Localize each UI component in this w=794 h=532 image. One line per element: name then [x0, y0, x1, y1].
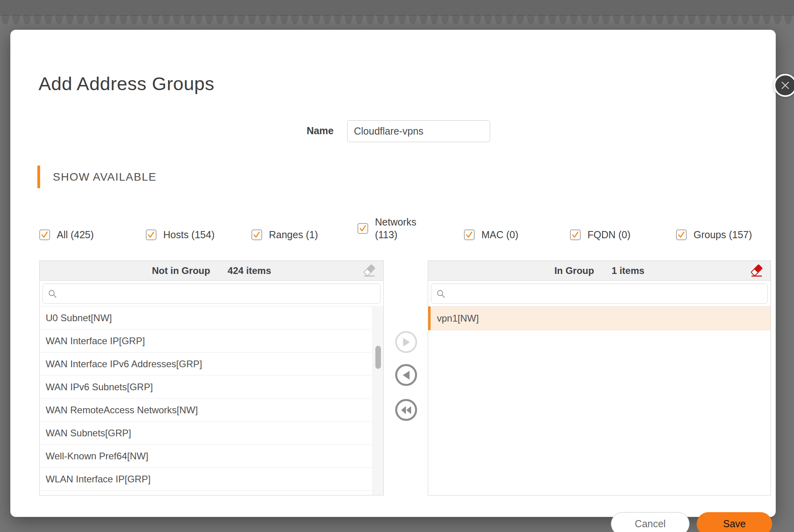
not-in-group-searchbox — [43, 283, 381, 304]
list-item[interactable]: WAN Interface IP[GRP] — [40, 330, 373, 353]
checkbox-checked-icon[interactable] — [251, 229, 262, 240]
filter-networks[interactable]: Networks (113) — [357, 216, 419, 241]
close-button[interactable] — [774, 74, 794, 97]
panel-count: 424 items — [228, 265, 271, 276]
panel-count: 1 items — [612, 265, 645, 276]
clear-selection-button[interactable] — [749, 263, 766, 279]
scrollbar-track[interactable] — [373, 306, 383, 495]
in-group-list: vpn1[NW] — [428, 306, 771, 495]
list-item[interactable]: Well-Known Pref64[NW] — [40, 445, 373, 468]
filter-label: Groups (157) — [694, 228, 752, 241]
list-item[interactable]: WAN Subnets[GRP] — [40, 422, 373, 445]
move-all-left-button[interactable] — [395, 399, 417, 421]
arrow-left-icon — [402, 370, 410, 380]
add-address-groups-dialog: Add Address Groups Name SHOW AVAILABLE A… — [10, 30, 776, 517]
list-item[interactable]: WLAN Interface IP[GRP] — [40, 468, 373, 491]
not-in-group-search-input[interactable] — [61, 288, 375, 299]
filter-label: FQDN (0) — [587, 228, 630, 241]
filter-label: Networks (113) — [375, 216, 419, 241]
filter-label: All (425) — [57, 228, 94, 241]
list-item[interactable]: WAN Interface IPv6 Addresses[GRP] — [40, 353, 373, 376]
move-right-button[interactable] — [395, 331, 417, 353]
clear-selection-button[interactable] — [362, 263, 379, 279]
checkbox-checked-icon[interactable] — [146, 229, 156, 240]
panel-title: Not in Group — [152, 265, 210, 276]
filter-hosts[interactable]: Hosts (154) — [146, 226, 214, 243]
backdrop-pattern — [0, 15, 794, 28]
filter-label: Ranges (1) — [269, 228, 318, 241]
not-in-group-panel: Not in Group 424 items U0 Subnet[NW] — [39, 260, 384, 495]
scrollbar-thumb[interactable] — [375, 346, 381, 369]
close-icon — [780, 80, 790, 91]
in-group-searchbox — [431, 283, 768, 304]
panel-title: In Group — [554, 265, 594, 276]
backdrop-top-band — [0, 0, 794, 16]
double-arrow-left-icon — [401, 406, 412, 414]
name-field-label: Name — [286, 125, 334, 137]
filter-all[interactable]: All (425) — [39, 226, 94, 243]
save-button[interactable]: Save — [697, 512, 772, 532]
filter-mac[interactable]: MAC (0) — [464, 226, 518, 243]
filter-ranges[interactable]: Ranges (1) — [251, 226, 318, 243]
list-item[interactable]: U0 Subnet[NW] — [40, 306, 373, 330]
filter-label: Hosts (154) — [163, 228, 214, 241]
list-item[interactable]: WAN IPv6 Subnets[GRP] — [40, 376, 373, 399]
filter-groups[interactable]: Groups (157) — [676, 226, 752, 243]
in-group-header: In Group 1 items — [428, 261, 771, 281]
in-group-search-input[interactable] — [450, 288, 763, 299]
list-item[interactable]: WAN RemoteAccess Networks[NW] — [40, 399, 373, 422]
not-in-group-list: U0 Subnet[NW] WAN Interface IP[GRP] WAN … — [40, 306, 383, 495]
checkbox-checked-icon[interactable] — [570, 229, 581, 240]
eraser-icon — [363, 264, 378, 278]
page-title: Add Address Groups — [39, 73, 214, 94]
cancel-button[interactable]: Cancel — [611, 512, 690, 532]
name-input[interactable] — [347, 120, 490, 142]
eraser-icon — [750, 264, 765, 278]
checkbox-checked-icon[interactable] — [676, 229, 687, 240]
search-icon — [436, 289, 446, 299]
arrow-right-icon — [402, 337, 410, 347]
checkbox-checked-icon[interactable] — [357, 223, 368, 234]
in-group-panel: In Group 1 items vpn1[NW] — [428, 260, 771, 495]
checkbox-checked-icon[interactable] — [39, 229, 50, 240]
section-accent-bar — [37, 166, 40, 188]
list-item-selected[interactable]: vpn1[NW] — [428, 306, 771, 330]
section-title: SHOW AVAILABLE — [53, 171, 156, 183]
move-left-button[interactable] — [395, 364, 417, 386]
filter-fqdn[interactable]: FQDN (0) — [570, 226, 630, 243]
checkbox-checked-icon[interactable] — [464, 229, 475, 240]
not-in-group-header: Not in Group 424 items — [40, 261, 383, 281]
filter-label: MAC (0) — [481, 228, 518, 241]
search-icon — [48, 289, 57, 299]
